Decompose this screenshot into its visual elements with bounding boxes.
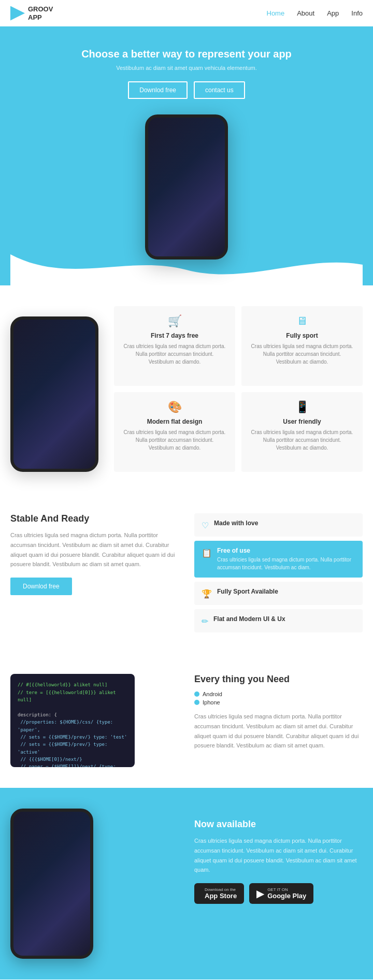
features-section: 🛒 First 7 days free Cras ultricies ligul… bbox=[0, 285, 373, 493]
phone-mockup bbox=[145, 114, 228, 260]
nav-app[interactable]: App bbox=[327, 9, 339, 17]
stable-right: ♡ Made with love 📋 Free of use Cras ultr… bbox=[194, 513, 363, 632]
hero-title: Choose a better way to represent your ap… bbox=[10, 47, 363, 61]
everything-title: Every thing you Need bbox=[194, 674, 363, 685]
feature-list-text-0: Made with love bbox=[214, 520, 258, 527]
app-store-name: App Store bbox=[205, 892, 237, 900]
code-line-5: // sets = {{$HOME}/prev/} type: 'test' bbox=[18, 733, 127, 741]
now-available-left bbox=[10, 809, 179, 959]
platform-dots: Android Iphone bbox=[194, 691, 363, 705]
code-line-1: // tere = [{{helloworld[0]}} aliket null… bbox=[18, 689, 127, 704]
clipboard-icon: 📋 bbox=[202, 548, 212, 558]
feature-card-3: 📱 User friendly Cras ultricies ligula se… bbox=[241, 392, 363, 472]
nav-links: Home About App Info bbox=[267, 9, 363, 17]
feature-list-item-2: 🏆 Fully Sport Available bbox=[194, 582, 363, 605]
feature-list-item-1: 📋 Free of use Cras ultricies ligula sed … bbox=[194, 541, 363, 578]
stable-description: Cras ultricies ligula sed magna dictum p… bbox=[10, 530, 179, 569]
feature-list-title-0: Made with love bbox=[214, 520, 258, 527]
features-phone-mockup bbox=[10, 316, 98, 472]
nav-info[interactable]: Info bbox=[351, 9, 363, 17]
hero-phone bbox=[135, 114, 238, 260]
feature-card-3-title: User friendly bbox=[250, 418, 354, 425]
paint-icon: 🎨 bbox=[122, 400, 227, 414]
dot-iphone bbox=[194, 700, 199, 705]
feature-list-title-2: Fully Sport Available bbox=[217, 588, 278, 595]
google-play-text: GET IT ON Google Play bbox=[267, 887, 306, 900]
store-buttons: Download on the App Store ▶ GET IT ON Go… bbox=[194, 883, 363, 904]
feature-card-1: 🖥 Fully sport Cras ultricies ligula sed … bbox=[241, 306, 363, 386]
feature-list-text-1: Free of use Cras ultricies ligula sed ma… bbox=[217, 547, 355, 571]
everything-section: // #[{{helloworld}} aliket null] // tere… bbox=[0, 653, 373, 788]
google-play-icon: ▶ bbox=[256, 887, 264, 900]
app-store-text: Download on the App Store bbox=[205, 887, 237, 900]
contact-us-button[interactable]: contact us bbox=[194, 81, 245, 99]
iphone-label: Iphone bbox=[203, 699, 220, 705]
feature-card-3-desc: Cras ultricies ligula sed magna dictum p… bbox=[250, 428, 354, 452]
everything-right: Every thing you Need Android Iphone Cras… bbox=[194, 674, 363, 751]
feature-list-item-3: ✏ Flat and Modern UI & Ux bbox=[194, 609, 363, 632]
features-inner: 🛒 First 7 days free Cras ultricies ligul… bbox=[10, 306, 363, 472]
feature-list-text-2: Fully Sport Available bbox=[217, 588, 278, 595]
pencil-icon: ✏ bbox=[202, 616, 208, 626]
now-available-right: Now available Cras ultricies ligula sed … bbox=[194, 809, 363, 904]
feature-list: ♡ Made with love 📋 Free of use Cras ultr… bbox=[194, 513, 363, 632]
nav-home[interactable]: Home bbox=[267, 9, 285, 17]
code-line-6: // sets = {{$HOME}/prev/} type: 'active' bbox=[18, 741, 127, 756]
feature-card-1-desc: Cras ultricies ligula sed magna dictum p… bbox=[250, 342, 354, 366]
everything-left: // #[{{helloworld}} aliket null] // tere… bbox=[10, 674, 179, 767]
platform-android: Android bbox=[194, 691, 363, 697]
cart-icon: 🛒 bbox=[122, 314, 227, 328]
app-store-button[interactable]: Download on the App Store bbox=[194, 883, 244, 904]
stable-download-button[interactable]: Downlod free bbox=[10, 578, 72, 595]
feature-list-item-0: ♡ Made with love bbox=[194, 513, 363, 537]
logo-text: GROOVAPP bbox=[28, 5, 53, 21]
code-block: // #[{{helloworld}} aliket null] // tere… bbox=[10, 674, 135, 767]
logo-icon bbox=[10, 6, 25, 21]
code-line-8: // paper = {$HOME[1]}/next/ {type: bbox=[18, 763, 127, 767]
now-available-section: Now available Cras ultricies ligula sed … bbox=[0, 788, 373, 979]
stable-left: Stable And Ready Cras ultricies ligula s… bbox=[10, 513, 179, 632]
code-line-3: description: { bbox=[18, 711, 127, 718]
nav-about[interactable]: About bbox=[297, 9, 314, 17]
feature-card-0-desc: Cras ultricies ligula sed magna dictum p… bbox=[122, 342, 227, 366]
mobile-icon: 📱 bbox=[250, 400, 354, 414]
feature-card-0-title: First 7 days free bbox=[122, 332, 227, 339]
feature-list-desc-1: Cras ultricies ligula sed magna dictum p… bbox=[217, 556, 355, 571]
code-line-0: // #[{{helloworld}} aliket null] bbox=[18, 681, 127, 688]
trophy-icon: 🏆 bbox=[202, 589, 212, 599]
logo[interactable]: GROOVAPP bbox=[10, 5, 53, 21]
now-available-title: Now available bbox=[194, 819, 363, 830]
feature-card-1-title: Fully sport bbox=[250, 332, 354, 339]
google-play-button[interactable]: ▶ GET IT ON Google Play bbox=[249, 883, 313, 904]
dot-android bbox=[194, 691, 199, 697]
google-play-name: Google Play bbox=[267, 892, 306, 900]
feature-card-2: 🎨 Modern flat design Cras ultricies ligu… bbox=[114, 392, 235, 472]
platform-iphone: Iphone bbox=[194, 699, 363, 705]
heart-icon: ♡ bbox=[202, 521, 209, 530]
feature-card-2-title: Modern flat design bbox=[122, 418, 227, 425]
screen-icon: 🖥 bbox=[250, 314, 354, 328]
stable-section: Stable And Ready Cras ultricies ligula s… bbox=[0, 493, 373, 653]
android-label: Android bbox=[203, 691, 222, 697]
code-line-2 bbox=[18, 703, 127, 711]
features-cards: 🛒 First 7 days free Cras ultricies ligul… bbox=[114, 306, 363, 472]
google-play-label: GET IT ON bbox=[267, 887, 306, 892]
hero-subtitle: Vestibulum ac diam sit amet quam vehicul… bbox=[10, 65, 363, 71]
feature-list-text-3: Flat and Modern UI & Ux bbox=[213, 615, 285, 623]
navbar: GROOVAPP Home About App Info bbox=[0, 0, 373, 26]
feature-list-title-1: Free of use bbox=[217, 547, 355, 554]
code-line-4: //properties: ${HOME}/css/ {type: 'paper… bbox=[18, 718, 127, 733]
now-available-description: Cras ultricies ligula sed magna dictum p… bbox=[194, 836, 363, 875]
hero-section: Choose a better way to represent your ap… bbox=[0, 26, 373, 285]
stable-title: Stable And Ready bbox=[10, 513, 179, 524]
features-phone bbox=[10, 306, 104, 472]
now-phone-mockup bbox=[10, 809, 93, 959]
hero-buttons: Downlod free contact us bbox=[10, 81, 363, 99]
everything-description: Cras ultricies ligula sed magna dictum p… bbox=[194, 712, 363, 751]
app-store-label: Download on the bbox=[205, 887, 237, 892]
feature-card-0: 🛒 First 7 days free Cras ultricies ligul… bbox=[114, 306, 235, 386]
download-free-button[interactable]: Downlod free bbox=[128, 81, 188, 99]
code-line-7: // {{{$HOME[0]}/next/} bbox=[18, 756, 127, 763]
feature-list-title-3: Flat and Modern UI & Ux bbox=[213, 615, 285, 623]
feature-card-2-desc: Cras ultricies ligula sed magna dictum p… bbox=[122, 428, 227, 452]
